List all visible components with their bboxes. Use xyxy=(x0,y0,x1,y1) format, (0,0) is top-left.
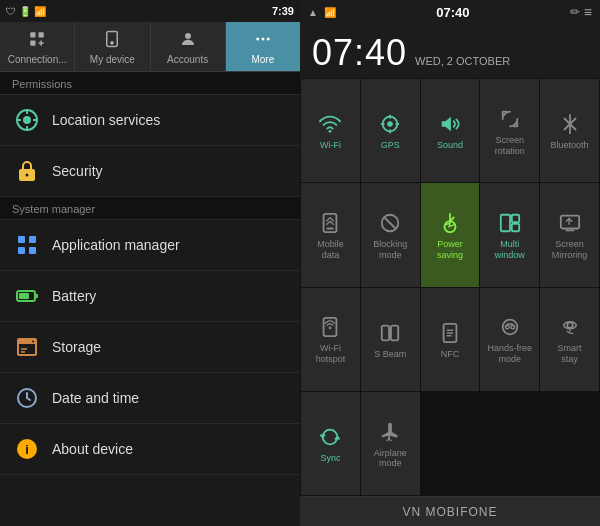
right-wifi-icon: ▲ xyxy=(308,7,318,18)
s-beam-label: S Beam xyxy=(374,349,406,360)
edit-icon[interactable]: ✏ xyxy=(570,5,580,19)
carrier-bar: VN MOBIFONE xyxy=(300,496,600,526)
wifi-label: Wi-Fi xyxy=(320,140,341,151)
nfc-label: NFC xyxy=(441,349,460,360)
tile-wifi-hotspot[interactable]: Wi-Fihotspot xyxy=(301,288,360,391)
tab-my-device[interactable]: My device xyxy=(75,22,150,71)
accounts-icon xyxy=(179,30,197,52)
svg-point-6 xyxy=(111,42,113,44)
svg-line-49 xyxy=(330,221,334,225)
tile-s-beam[interactable]: S Beam xyxy=(361,288,420,391)
tile-sound[interactable]: Sound xyxy=(421,79,480,182)
tab-my-device-label: My device xyxy=(90,54,135,65)
mobile-data-label: Mobiledata xyxy=(317,239,344,261)
menu-item-security[interactable]: Security xyxy=(0,146,300,197)
menu-item-location[interactable]: Location services xyxy=(0,95,300,146)
svg-point-38 xyxy=(387,121,393,127)
more-icon xyxy=(254,30,272,52)
tile-mobile-data[interactable]: Mobiledata xyxy=(301,183,360,286)
info-icon: i xyxy=(14,436,40,462)
shield-icon: 🛡 xyxy=(6,6,16,17)
smart-stay-label: Smartstay xyxy=(558,343,582,365)
svg-rect-20 xyxy=(29,236,36,243)
tile-sync[interactable]: Sync xyxy=(301,392,360,495)
svg-rect-25 xyxy=(19,293,29,299)
battery-label: Battery xyxy=(52,288,96,304)
tab-more[interactable]: More xyxy=(226,22,300,71)
svg-line-51 xyxy=(385,218,396,229)
svg-line-46 xyxy=(327,218,331,222)
smart-stay-icon xyxy=(558,315,582,339)
gps-icon xyxy=(378,112,402,136)
tile-wifi[interactable]: Wi-Fi xyxy=(301,79,360,182)
svg-line-33 xyxy=(27,398,30,400)
svg-rect-1 xyxy=(39,32,44,37)
multi-window-label: Multiwindow xyxy=(495,239,525,261)
svg-point-12 xyxy=(23,116,31,124)
tile-blocking-mode[interactable]: Blockingmode xyxy=(361,183,420,286)
tile-screen-rotation[interactable]: Screenrotation xyxy=(480,79,539,182)
menu-icon[interactable]: ≡ xyxy=(584,4,592,20)
svg-point-28 xyxy=(32,341,34,343)
tile-bluetooth[interactable]: Bluetooth xyxy=(540,79,599,182)
hands-free-label: Hands-freemode xyxy=(488,343,533,365)
sync-icon xyxy=(318,425,342,449)
blocking-mode-label: Blockingmode xyxy=(373,239,407,261)
tile-nfc[interactable]: NFC xyxy=(421,288,480,391)
tile-airplane[interactable]: Airplanemode xyxy=(361,392,420,495)
airplane-label: Airplanemode xyxy=(374,448,407,470)
storage-label: Storage xyxy=(52,339,101,355)
svg-rect-0 xyxy=(30,32,35,37)
tile-power-saving[interactable]: Powersaving xyxy=(421,183,480,286)
svg-rect-54 xyxy=(512,224,519,231)
tab-accounts-label: Accounts xyxy=(167,54,208,65)
tile-multi-window[interactable]: Multiwindow xyxy=(480,183,539,286)
tile-smart-stay[interactable]: Smartstay xyxy=(540,288,599,391)
svg-marker-43 xyxy=(442,117,451,132)
security-label: Security xyxy=(52,163,103,179)
menu-item-app-manager[interactable]: Application manager xyxy=(0,220,300,271)
tile-gps[interactable]: GPS xyxy=(361,79,420,182)
menu-item-date-time[interactable]: Date and time xyxy=(0,373,300,424)
location-icon xyxy=(14,107,40,133)
left-status-bar: 🛡 🔋 📶 7:39 xyxy=(0,0,300,22)
tile-screen-mirroring[interactable]: ScreenMirroring xyxy=(540,183,599,286)
carrier-name: VN MOBIFONE xyxy=(402,505,497,519)
screen-mirroring-icon xyxy=(558,211,582,235)
app-manager-label: Application manager xyxy=(52,237,180,253)
tab-more-label: More xyxy=(251,54,274,65)
wifi-icon xyxy=(318,112,342,136)
multi-window-icon xyxy=(498,211,522,235)
menu-item-battery[interactable]: Battery xyxy=(0,271,300,322)
left-status-icons: 🛡 🔋 📶 xyxy=(6,6,46,17)
svg-rect-55 xyxy=(560,216,578,229)
nfc-icon xyxy=(438,321,462,345)
clock-area: 07:40 WED, 2 OCTOBER xyxy=(300,24,600,78)
tile-hands-free[interactable]: Hands-freemode xyxy=(480,288,539,391)
svg-point-59 xyxy=(329,327,332,330)
left-status-time: 7:39 xyxy=(272,5,294,17)
tab-accounts[interactable]: Accounts xyxy=(151,22,226,71)
right-status-bar: ▲ 📶 07:40 ✏ ≡ xyxy=(300,0,600,24)
svg-rect-53 xyxy=(512,215,519,222)
svg-point-65 xyxy=(511,325,515,329)
svg-point-18 xyxy=(26,174,29,177)
tab-connections[interactable]: Connection... xyxy=(0,22,75,71)
settings-nav-tabs: Connection... My device Accounts More xyxy=(0,22,300,72)
left-settings-panel: 🛡 🔋 📶 7:39 Connection... My device Accou… xyxy=(0,0,300,526)
s-beam-icon xyxy=(378,321,402,345)
power-saving-label: Powersaving xyxy=(437,239,463,261)
svg-rect-24 xyxy=(35,294,38,298)
sync-label: Sync xyxy=(320,453,340,464)
svg-rect-60 xyxy=(382,325,389,340)
security-icon xyxy=(14,158,40,184)
screen-mirroring-label: ScreenMirroring xyxy=(552,239,588,261)
airplane-icon xyxy=(378,420,402,444)
svg-point-10 xyxy=(267,38,270,41)
menu-item-about[interactable]: i About device xyxy=(0,424,300,475)
svg-line-48 xyxy=(327,221,331,225)
app-manager-icon xyxy=(14,232,40,258)
menu-item-storage[interactable]: Storage xyxy=(0,322,300,373)
screen-rotation-label: Screenrotation xyxy=(495,135,525,157)
wifi-hotspot-icon xyxy=(318,315,342,339)
